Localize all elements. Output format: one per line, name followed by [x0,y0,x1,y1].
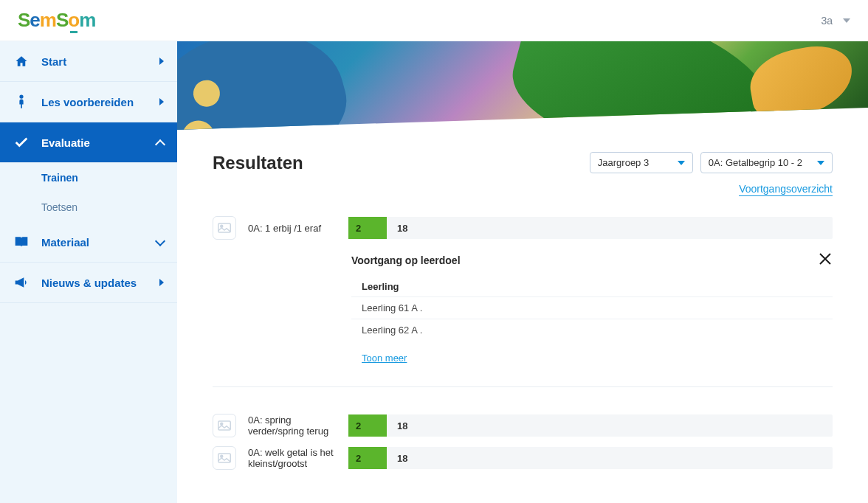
book-icon [13,234,30,250]
sidebar-item-materiaal[interactable]: Materiaal [0,222,177,263]
goal-thumbnail[interactable] [213,414,236,437]
detail-title: Voortgang op leerdoel [351,254,833,266]
chevron-right-icon [159,98,164,105]
person-icon [13,94,30,110]
sidebar-item-label: Start [41,55,66,68]
goal-select[interactable]: 0A: Getalbegrip 10 - 2 [700,152,833,173]
svg-point-2 [221,225,223,227]
progress-green-count: 2 [348,447,387,469]
chevron-up-icon [155,138,164,147]
sidebar-subitem-toetsen[interactable]: Toetsen [0,192,177,222]
year-select[interactable]: Jaargroep 3 [590,152,693,173]
progress-rest-count: 18 [387,223,407,234]
progress-green-count: 2 [348,414,387,437]
svg-point-6 [221,455,223,457]
detail-panel: Voortgang op leerdoel Leerling Leerling … [351,254,833,364]
student-row: Leerling 62 A . [351,319,833,341]
sidebar-item-label: Les voorbereiden [41,96,134,108]
svg-rect-1 [218,223,231,232]
progress-green-count: 2 [348,217,387,239]
progress-overview-link[interactable]: Voortgangsoverzicht [739,183,833,196]
banner-image [177,41,868,130]
svg-rect-5 [218,454,231,462]
dropdown-icon [843,18,850,23]
goal-row: 0A: welk getal is het kleinst/grootst 2 … [213,446,833,470]
goal-thumbnail[interactable] [213,216,236,240]
dropdown-icon [817,161,824,165]
goal-progress-bar[interactable]: 2 18 [348,217,833,239]
sidebar-item-label: Nieuws & updates [41,277,137,289]
sidebar-subitem-trainen[interactable]: Trainen [0,163,177,192]
goal-row: 0A: 1 erbij /1 eraf 2 18 [213,216,833,240]
sidebar-item-les-voorbereiden[interactable]: Les voorbereiden [0,82,177,122]
sidebar-item-nieuws[interactable]: Nieuws & updates [0,263,177,303]
student-row: Leerling 61 A . [351,296,833,319]
class-label: 3a [821,15,833,27]
chevron-right-icon [159,279,164,286]
svg-rect-3 [218,421,231,430]
goal-label: 0A: spring verder/spring terug [248,414,337,437]
sidebar-item-start[interactable]: Start [0,41,177,82]
show-more-link[interactable]: Toon meer [362,353,407,364]
progress-rest-count: 18 [387,420,407,431]
class-selector[interactable]: 3a [821,15,850,27]
detail-column-header: Leerling [351,277,833,296]
chevron-down-icon [155,237,164,246]
page-title: Resultaten [213,153,303,173]
logo[interactable]: SemSom [18,9,95,32]
divider [213,386,833,387]
sidebar-item-evaluatie[interactable]: Evaluatie [0,122,177,163]
home-icon [13,53,30,69]
goal-label: 0A: welk getal is het kleinst/grootst [248,447,337,469]
check-icon [13,134,30,150]
sidebar-item-label: Evaluatie [41,136,90,149]
svg-point-4 [221,423,223,425]
goal-label: 0A: 1 erbij /1 eraf [248,223,337,234]
dropdown-icon [678,161,685,165]
progress-rest-count: 18 [387,453,407,464]
megaphone-icon [13,274,30,291]
goal-row: 0A: spring verder/spring terug 2 18 [213,414,833,437]
sidebar-item-label: Materiaal [41,236,89,249]
close-button[interactable] [818,252,833,269]
chevron-right-icon [159,58,164,65]
sidebar: Start Les voorbereiden Evaluatie [0,41,177,503]
svg-point-0 [19,94,23,98]
goal-progress-bar[interactable]: 2 18 [348,447,833,469]
goal-progress-bar[interactable]: 2 18 [348,414,833,437]
goal-thumbnail[interactable] [213,446,236,470]
